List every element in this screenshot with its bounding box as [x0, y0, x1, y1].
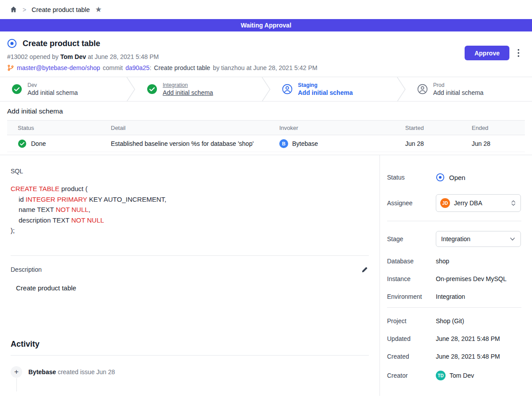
database-label: Database: [387, 258, 436, 265]
sidebar-divider: [387, 307, 521, 308]
check-circle-icon: [12, 84, 22, 94]
sql-label: SQL: [11, 168, 369, 175]
check-circle-icon: [18, 139, 27, 148]
activity-item: + Bytebase created issue Jun 28: [11, 366, 369, 378]
activity-action: created issue: [58, 368, 94, 376]
commit-message: Create product table: [154, 64, 210, 71]
stage-separator: [262, 77, 270, 101]
updated-label: Updated: [387, 335, 436, 342]
issue-title: Create product table: [23, 39, 100, 48]
status-label: Status: [387, 174, 436, 181]
section-divider: [11, 255, 369, 256]
approval-banner: Waiting Approval: [0, 19, 532, 31]
plus-icon[interactable]: +: [11, 366, 22, 378]
created-value: June 28, 2021 5:48 PM: [436, 353, 500, 360]
database-value: shop: [436, 258, 449, 265]
issue-header: Create product table #13002 opened by To…: [0, 31, 532, 77]
updated-value: June 28, 2021 5:48 PM: [436, 335, 500, 342]
col-invoker: Invoker: [279, 125, 405, 131]
breadcrumb: > Create product table ★: [0, 0, 532, 19]
stage-separator: [397, 77, 406, 101]
status-value: Open: [449, 174, 466, 181]
commit-separator: :: [149, 64, 151, 71]
section-divider: [11, 355, 369, 356]
issue-id-text: #13002 opened by: [7, 53, 59, 60]
stage-env-label: Staging: [298, 82, 353, 88]
activity-title: Activity: [11, 340, 369, 349]
commit-author-time: by tianzhou at June 28, 2021 5:42 PM: [213, 64, 317, 71]
col-ended: Ended: [472, 125, 525, 131]
favorite-star-icon[interactable]: ★: [95, 6, 102, 13]
approval-banner-text: Waiting Approval: [241, 22, 291, 29]
task-started: Jun 28: [405, 140, 472, 147]
branch-link[interactable]: master@bytebase-demo/shop: [17, 64, 100, 71]
kebab-menu-icon[interactable]: [516, 47, 521, 59]
creator-avatar: TD: [436, 371, 446, 380]
stage-env-label: Prod: [433, 82, 484, 88]
stage-env-label: Integration: [163, 82, 213, 88]
task-table: Status Detail Invoker Started Ended Done…: [7, 120, 525, 152]
issue-sidebar: Status Open Assignee JD Jerry DBA: [379, 155, 532, 396]
task-section-title: Add initial schema: [7, 107, 525, 115]
environment-label: Environment: [387, 293, 436, 300]
project-label: Project: [387, 317, 436, 325]
col-status: Status: [7, 125, 111, 131]
pipeline-stages: Dev Add initial schema Integration Add i…: [0, 77, 532, 102]
bytebase-issue-page: > Create product table ★ Waiting Approva…: [0, 0, 532, 399]
issue-open-status-icon: [7, 39, 17, 48]
task-section: Add initial schema Status Detail Invoker…: [0, 102, 532, 155]
stage-dev[interactable]: Dev Add initial schema: [0, 77, 126, 101]
user-circle-icon: [417, 84, 428, 94]
stage-staging[interactable]: Staging Add initial schema: [270, 77, 397, 101]
stage-label: Stage: [387, 235, 436, 243]
description-label: Description: [11, 266, 42, 273]
stage-env-label: Dev: [27, 82, 78, 88]
open-status-icon: [436, 173, 445, 182]
issue-opener: Tom Dev: [60, 53, 86, 60]
instance-value: On-premises Dev MySQL: [436, 275, 506, 282]
invoker-avatar: B: [279, 139, 288, 148]
assignee-select[interactable]: JD Jerry DBA: [436, 194, 521, 212]
stage-select[interactable]: Integration: [436, 231, 521, 247]
task-detail-text: Established baseline version %s for data…: [111, 140, 279, 147]
stage-prod[interactable]: Prod Add initial schema: [406, 77, 532, 101]
stage-task-label: Add initial schema: [163, 89, 213, 96]
commit-info: master@bytebase-demo/shopcommitda90a25:C…: [7, 64, 317, 71]
stage-task-label: Add initial schema: [298, 89, 353, 96]
home-icon[interactable]: [10, 6, 17, 13]
description-text: Create product table: [11, 284, 369, 292]
invoker-name: Bytebase: [292, 140, 318, 147]
task-table-header: Status Detail Invoker Started Ended: [7, 120, 525, 135]
project-value: Shop (Git): [436, 317, 464, 325]
task-ended: Jun 28: [472, 140, 525, 147]
commit-hash-link[interactable]: da90a25: [125, 64, 150, 71]
edit-pencil-icon[interactable]: [360, 266, 369, 274]
stage-task-label: Add initial schema: [27, 89, 78, 96]
up-down-chevron-icon: [510, 200, 516, 206]
assignee-avatar: JD: [440, 198, 450, 208]
stage-value: Integration: [441, 235, 470, 243]
commit-word: commit: [103, 64, 123, 71]
instance-label: Instance: [387, 275, 436, 282]
task-table-row[interactable]: Done Established baseline version %s for…: [7, 135, 525, 152]
activity-user: Bytebase: [28, 368, 56, 376]
col-started: Started: [405, 125, 472, 131]
user-circle-icon: [282, 84, 293, 94]
assignee-name: Jerry DBA: [454, 200, 482, 207]
issue-open-time: at June 28, 2021 5:48 PM: [88, 53, 159, 60]
assignee-label: Assignee: [387, 200, 436, 207]
issue-detail-panel: SQL CREATE TABLE product ( id INTEGER PR…: [0, 155, 379, 396]
chevron-right-icon: >: [23, 6, 26, 13]
check-circle-icon: [147, 84, 157, 94]
task-status-text: Done: [31, 140, 46, 147]
approve-button[interactable]: Approve: [465, 46, 509, 60]
creator-name: Tom Dev: [450, 372, 474, 379]
activity-date: Jun 28: [96, 368, 115, 376]
stage-integration[interactable]: Integration Add initial schema: [135, 77, 262, 101]
col-detail: Detail: [111, 125, 279, 131]
issue-meta: #13002 opened by Tom Dev at June 28, 202…: [7, 53, 317, 60]
environment-value: Integration: [436, 293, 465, 300]
chevron-down-icon: [509, 236, 516, 242]
breadcrumb-page-title[interactable]: Create product table: [31, 6, 90, 13]
sidebar-divider: [387, 221, 521, 221]
